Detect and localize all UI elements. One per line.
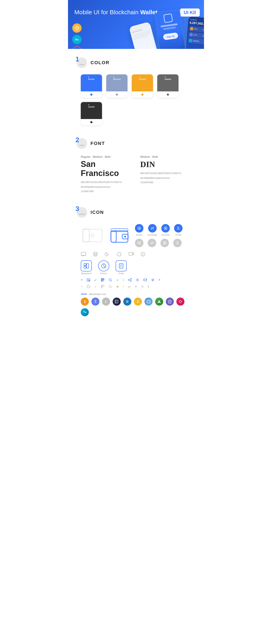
din-uppercase: ABCDEFGHIJKLMNOPQRSTUVWXYZ [140, 172, 191, 175]
svg-rect-50 [104, 281, 104, 281]
swap-icon [151, 278, 155, 282]
svg-marker-70 [146, 300, 150, 304]
discover-icon [161, 224, 170, 232]
svg-point-55 [130, 280, 131, 282]
svg-line-56 [129, 279, 130, 280]
refresh-icon-gray: ↻ [141, 284, 144, 289]
svg-point-51 [109, 279, 111, 281]
app-icons-row: Mangment History Order [81, 260, 191, 274]
icon-title: ICON [90, 210, 104, 215]
hero-section: Mobile UI for Blockchain Wallet UI Kit P… [68, 0, 204, 49]
ethereum-icon: Ξ [92, 298, 100, 306]
svg-point-15 [165, 228, 166, 229]
color-swatches: #3574FA #8DA0C8 #F5A623 #666666 #303030 [76, 74, 196, 126]
toolbar-icons-gray: + ✓ ★ ‹ ⇄ ✕ ↻ ℹ [81, 284, 191, 289]
misc-icons-row [81, 252, 191, 257]
list-edit-icon-gray [86, 284, 90, 288]
svg-rect-28 [84, 264, 86, 266]
font-content: Regular · Medium · Bold San Francisco AB… [76, 155, 196, 194]
icon-order: Order [116, 260, 127, 274]
din-numbers: 1234567890 [140, 181, 191, 184]
color-section: 1 ONE COLOR #3574FA #8DA0C8 #F5A623 #666… [68, 49, 204, 130]
purple-coin-icon [166, 298, 174, 306]
swatch-gray: #666666 [157, 74, 178, 98]
blockchain-icon-divider: BlockChain Icon [81, 293, 191, 296]
plus-icon-gray: + [81, 284, 83, 288]
svg-point-23 [117, 252, 121, 256]
svg-point-53 [130, 278, 131, 280]
svg-rect-6 [83, 227, 102, 244]
icon-chat2 [128, 252, 134, 257]
font-sf: Regular · Medium · Bold San Francisco AB… [81, 155, 132, 194]
wallet-solid-svg [110, 228, 128, 243]
svg-rect-30 [86, 264, 88, 268]
svg-point-18 [139, 242, 140, 243]
svg-rect-65 [101, 287, 102, 288]
nav-icon-discover-gray [160, 239, 169, 247]
svg-rect-29 [84, 266, 86, 268]
grid-coin-icon [144, 298, 152, 306]
sf-numbers: 1234567890 [81, 190, 132, 194]
svg-point-27 [143, 253, 143, 253]
ark-icon [155, 298, 163, 306]
assets-label: Assets [136, 234, 142, 236]
icon-section: 3 THREE ICON [68, 198, 204, 320]
sf-uppercase: ABCDEFGHIJKLMNOPQRSTUVWXYZ [81, 180, 132, 184]
nav-icon-discover: Discover [161, 224, 170, 236]
exchange-icon [148, 224, 156, 232]
icon-moon [104, 252, 110, 257]
nav-icon-profile: Profile [174, 224, 182, 236]
phone-mid: Sign Up [154, 9, 186, 49]
color-title: COLOR [90, 60, 110, 66]
nav-icon-profile-gray [173, 239, 182, 247]
swatch-orange: #F5A623 [132, 74, 153, 98]
close-icon: × [158, 278, 160, 282]
nav-icon-exchange: Exchange [148, 224, 157, 236]
svg-point-13 [139, 228, 140, 229]
plus-icon: + [81, 278, 83, 282]
list-edit-icon [86, 278, 90, 282]
svg-point-21 [177, 242, 178, 243]
divider-line [81, 294, 87, 294]
bitcoin-icon: ₿ [81, 298, 89, 306]
assets-icon [135, 224, 144, 232]
wallet-solid [110, 228, 128, 243]
svg-point-58 [137, 279, 138, 280]
discover-label: Discover [162, 234, 170, 236]
info-icon-gray: ℹ [148, 284, 149, 289]
hero-badges: Ps 60+Screens [72, 24, 82, 49]
nav-icon-assets-gray [135, 239, 144, 247]
font-section-header: 2 TWO FONT [76, 138, 196, 149]
svg-point-66 [109, 285, 111, 287]
svg-rect-11 [111, 229, 128, 232]
svg-point-20 [164, 242, 165, 244]
litecoin-icon: Ł [102, 298, 110, 306]
svg-rect-63 [101, 285, 102, 286]
nav-icon-group: Assets Exchange Discover [135, 224, 182, 247]
phone-left [129, 22, 158, 49]
zcash-icon: Z [134, 298, 142, 306]
swatch-blue: #3574FA [81, 74, 102, 98]
din-name: DIN [140, 160, 191, 169]
svg-line-67 [111, 287, 112, 288]
swatch-dark: #303030 [81, 102, 102, 126]
check-icon-gray: ✓ [94, 284, 97, 289]
svg-rect-64 [103, 285, 104, 286]
nav-icons-blue-row: Assets Exchange Discover [135, 224, 182, 236]
svg-rect-2 [83, 229, 102, 242]
icon-content: Assets Exchange Discover [76, 224, 196, 316]
sf-name: San Francisco [81, 160, 132, 178]
svg-marker-73 [169, 300, 171, 303]
search-icon-gray [108, 284, 112, 288]
nav-icons-gray-row [135, 239, 182, 247]
screens-badge: 60+Screens [72, 46, 82, 49]
section-number-1: 1 ONE [76, 58, 87, 68]
svg-point-32 [104, 266, 106, 268]
sketch-badge [72, 24, 82, 33]
font-section: 2 TWO FONT Regular · Medium · Bold San F… [68, 130, 204, 198]
svg-rect-47 [103, 280, 103, 280]
profile-icon-gray [173, 239, 182, 247]
management-label: Mangment [81, 272, 91, 274]
icon-layers [93, 252, 98, 257]
x-icon-gray: ✕ [134, 284, 137, 289]
